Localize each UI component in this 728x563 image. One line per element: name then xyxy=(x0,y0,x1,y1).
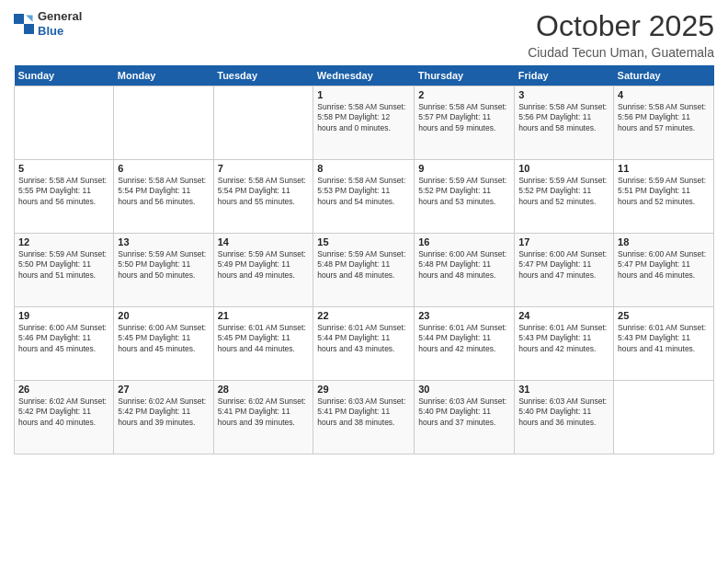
day-detail: Sunrise: 5:59 AM Sunset: 5:50 PM Dayligh… xyxy=(18,249,109,281)
table-row: 25Sunrise: 6:01 AM Sunset: 5:43 PM Dayli… xyxy=(614,307,714,381)
table-row: 31Sunrise: 6:03 AM Sunset: 5:40 PM Dayli… xyxy=(515,381,614,454)
calendar-row-3: 19Sunrise: 6:00 AM Sunset: 5:46 PM Dayli… xyxy=(15,307,714,381)
col-monday: Monday xyxy=(114,65,213,86)
day-detail: Sunrise: 5:58 AM Sunset: 5:58 PM Dayligh… xyxy=(317,102,410,133)
day-number: 9 xyxy=(418,163,510,174)
day-number: 12 xyxy=(18,236,109,247)
table-row: 30Sunrise: 6:03 AM Sunset: 5:40 PM Dayli… xyxy=(415,381,515,454)
day-detail: Sunrise: 5:58 AM Sunset: 5:53 PM Dayligh… xyxy=(317,176,410,207)
svg-rect-3 xyxy=(24,24,34,34)
day-number: 27 xyxy=(118,384,209,395)
day-detail: Sunrise: 5:59 AM Sunset: 5:51 PM Dayligh… xyxy=(618,176,710,207)
day-number: 4 xyxy=(618,89,710,100)
day-number: 17 xyxy=(518,236,609,247)
day-number: 13 xyxy=(118,236,209,247)
table-row: 9Sunrise: 5:59 AM Sunset: 5:52 PM Daylig… xyxy=(415,160,515,234)
day-number: 11 xyxy=(618,163,710,174)
day-detail: Sunrise: 5:58 AM Sunset: 5:56 PM Dayligh… xyxy=(518,102,609,133)
day-number: 16 xyxy=(418,236,510,247)
day-number: 25 xyxy=(618,310,710,321)
col-tuesday: Tuesday xyxy=(213,65,313,86)
day-number: 21 xyxy=(218,310,310,321)
day-detail: Sunrise: 6:03 AM Sunset: 5:40 PM Dayligh… xyxy=(418,396,510,428)
logo-text: General Blue xyxy=(38,9,82,38)
calendar-row-4: 26Sunrise: 6:02 AM Sunset: 5:42 PM Dayli… xyxy=(15,381,714,454)
day-detail: Sunrise: 5:58 AM Sunset: 5:56 PM Dayligh… xyxy=(618,102,710,133)
day-number: 14 xyxy=(218,236,310,247)
col-friday: Friday xyxy=(515,65,614,86)
day-number: 29 xyxy=(317,384,410,395)
table-row: 5Sunrise: 5:58 AM Sunset: 5:55 PM Daylig… xyxy=(15,160,114,234)
day-detail: Sunrise: 6:01 AM Sunset: 5:44 PM Dayligh… xyxy=(418,323,510,354)
day-detail: Sunrise: 5:58 AM Sunset: 5:54 PM Dayligh… xyxy=(118,176,209,207)
table-row: 18Sunrise: 6:00 AM Sunset: 5:47 PM Dayli… xyxy=(614,234,714,307)
table-row: 7Sunrise: 5:58 AM Sunset: 5:54 PM Daylig… xyxy=(213,160,313,234)
header: General Blue October 2025 Ciudad Tecun U… xyxy=(14,9,714,60)
day-detail: Sunrise: 6:00 AM Sunset: 5:45 PM Dayligh… xyxy=(118,323,209,354)
table-row: 3Sunrise: 5:58 AM Sunset: 5:56 PM Daylig… xyxy=(515,86,614,160)
calendar-table: Sunday Monday Tuesday Wednesday Thursday… xyxy=(14,65,714,454)
day-detail: Sunrise: 6:02 AM Sunset: 5:42 PM Dayligh… xyxy=(118,396,209,428)
day-number: 18 xyxy=(618,236,710,247)
table-row: 22Sunrise: 6:01 AM Sunset: 5:44 PM Dayli… xyxy=(313,307,415,381)
day-number: 19 xyxy=(18,310,109,321)
day-detail: Sunrise: 6:00 AM Sunset: 5:47 PM Dayligh… xyxy=(618,249,710,281)
day-number: 15 xyxy=(317,236,410,247)
table-row: 4Sunrise: 5:58 AM Sunset: 5:56 PM Daylig… xyxy=(614,86,714,160)
table-row xyxy=(15,86,114,160)
page: General Blue October 2025 Ciudad Tecun U… xyxy=(0,0,728,563)
table-row xyxy=(114,86,213,160)
day-number: 28 xyxy=(218,384,310,395)
table-row: 11Sunrise: 5:59 AM Sunset: 5:51 PM Dayli… xyxy=(614,160,714,234)
day-number: 2 xyxy=(418,89,510,100)
day-number: 7 xyxy=(218,163,310,174)
day-detail: Sunrise: 5:58 AM Sunset: 5:57 PM Dayligh… xyxy=(418,102,510,133)
day-detail: Sunrise: 6:00 AM Sunset: 5:47 PM Dayligh… xyxy=(518,249,609,281)
table-row: 12Sunrise: 5:59 AM Sunset: 5:50 PM Dayli… xyxy=(15,234,114,307)
day-number: 5 xyxy=(18,163,109,174)
table-row: 24Sunrise: 6:01 AM Sunset: 5:43 PM Dayli… xyxy=(515,307,614,381)
header-row: Sunday Monday Tuesday Wednesday Thursday… xyxy=(15,65,714,86)
day-detail: Sunrise: 6:03 AM Sunset: 5:41 PM Dayligh… xyxy=(317,396,410,428)
day-number: 10 xyxy=(518,163,609,174)
table-row: 2Sunrise: 5:58 AM Sunset: 5:57 PM Daylig… xyxy=(415,86,515,160)
day-detail: Sunrise: 6:02 AM Sunset: 5:41 PM Dayligh… xyxy=(218,396,310,428)
table-row: 23Sunrise: 6:01 AM Sunset: 5:44 PM Dayli… xyxy=(415,307,515,381)
logo-icon xyxy=(14,14,34,34)
table-row: 6Sunrise: 5:58 AM Sunset: 5:54 PM Daylig… xyxy=(114,160,213,234)
table-row: 16Sunrise: 6:00 AM Sunset: 5:48 PM Dayli… xyxy=(415,234,515,307)
day-number: 20 xyxy=(118,310,209,321)
title-block: October 2025 Ciudad Tecun Uman, Guatemal… xyxy=(528,9,714,60)
table-row: 28Sunrise: 6:02 AM Sunset: 5:41 PM Dayli… xyxy=(213,381,313,454)
table-row: 13Sunrise: 5:59 AM Sunset: 5:50 PM Dayli… xyxy=(114,234,213,307)
svg-rect-2 xyxy=(14,24,24,34)
calendar-row-0: 1Sunrise: 5:58 AM Sunset: 5:58 PM Daylig… xyxy=(15,86,714,160)
logo-blue: Blue xyxy=(38,24,63,38)
col-saturday: Saturday xyxy=(614,65,714,86)
table-row: 26Sunrise: 6:02 AM Sunset: 5:42 PM Dayli… xyxy=(15,381,114,454)
day-detail: Sunrise: 5:59 AM Sunset: 5:50 PM Dayligh… xyxy=(118,249,209,281)
table-row xyxy=(213,86,313,160)
col-wednesday: Wednesday xyxy=(313,65,415,86)
location: Ciudad Tecun Uman, Guatemala xyxy=(528,45,714,60)
table-row: 29Sunrise: 6:03 AM Sunset: 5:41 PM Dayli… xyxy=(313,381,415,454)
calendar-row-1: 5Sunrise: 5:58 AM Sunset: 5:55 PM Daylig… xyxy=(15,160,714,234)
day-detail: Sunrise: 6:01 AM Sunset: 5:43 PM Dayligh… xyxy=(618,323,710,354)
table-row xyxy=(614,381,714,454)
day-detail: Sunrise: 6:01 AM Sunset: 5:43 PM Dayligh… xyxy=(518,323,609,354)
day-detail: Sunrise: 5:58 AM Sunset: 5:55 PM Dayligh… xyxy=(18,176,109,207)
day-detail: Sunrise: 6:01 AM Sunset: 5:44 PM Dayligh… xyxy=(317,323,410,354)
table-row: 10Sunrise: 5:59 AM Sunset: 5:52 PM Dayli… xyxy=(515,160,614,234)
table-row: 19Sunrise: 6:00 AM Sunset: 5:46 PM Dayli… xyxy=(15,307,114,381)
day-detail: Sunrise: 5:59 AM Sunset: 5:49 PM Dayligh… xyxy=(218,249,310,281)
table-row: 15Sunrise: 5:59 AM Sunset: 5:48 PM Dayli… xyxy=(313,234,415,307)
day-detail: Sunrise: 6:03 AM Sunset: 5:40 PM Dayligh… xyxy=(518,396,609,428)
day-detail: Sunrise: 6:02 AM Sunset: 5:42 PM Dayligh… xyxy=(18,396,109,428)
day-detail: Sunrise: 5:59 AM Sunset: 5:52 PM Dayligh… xyxy=(518,176,609,207)
day-number: 30 xyxy=(418,384,510,395)
logo: General Blue xyxy=(14,9,82,38)
day-number: 23 xyxy=(418,310,510,321)
day-detail: Sunrise: 6:00 AM Sunset: 5:46 PM Dayligh… xyxy=(18,323,109,354)
month-title: October 2025 xyxy=(528,9,714,43)
day-detail: Sunrise: 5:59 AM Sunset: 5:48 PM Dayligh… xyxy=(317,249,410,281)
